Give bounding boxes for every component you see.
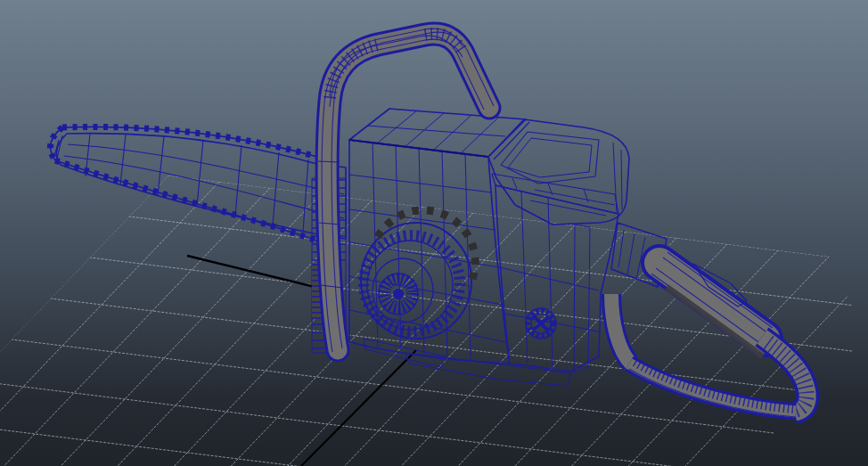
housing-side-panel: [495, 185, 618, 372]
starter-hub: [393, 289, 404, 299]
maya-3d-viewport[interactable]: [0, 0, 868, 466]
housing-bottom-band: [405, 353, 570, 386]
guide-bar: [55, 134, 346, 239]
housing-top-face: [349, 109, 526, 157]
engine-housing: [349, 109, 629, 386]
z-axis-line: [301, 350, 416, 466]
chain-teeth: [51, 127, 317, 241]
chainsaw-model[interactable]: [51, 29, 808, 417]
rear-handle: [611, 223, 807, 417]
starter-recoil-cover: [361, 210, 475, 339]
chain: [51, 127, 317, 241]
scene-svg[interactable]: [0, 0, 868, 466]
x-axis-line: [187, 256, 315, 287]
